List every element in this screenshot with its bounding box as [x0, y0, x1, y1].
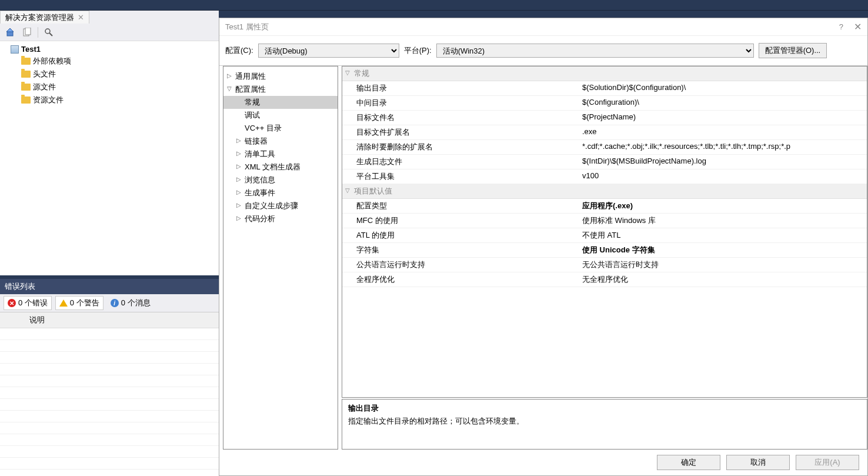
warnings-filter-button[interactable]: 0 个警告 — [55, 296, 104, 310]
group-general[interactable]: ▽常规 — [342, 66, 867, 81]
chevron-right-icon: ▷ — [236, 176, 241, 182]
errors-filter-button[interactable]: ✕0 个错误 — [4, 296, 52, 310]
property-description: 输出目录 指定输出文件目录的相对路径；可以包含环境变量。 — [342, 399, 867, 450]
error-list-title: 错误列表 — [0, 279, 219, 294]
svg-point-4 — [45, 29, 50, 34]
svg-rect-3 — [25, 28, 31, 35]
nav-vc-dirs[interactable]: VC++ 目录 — [223, 122, 338, 135]
nav-build-events[interactable]: ▷生成事件 — [223, 187, 338, 199]
nav-common-properties[interactable]: ▷通用属性 — [223, 70, 338, 83]
cancel-button[interactable]: 取消 — [726, 455, 790, 470]
messages-filter-button[interactable]: i0 个消息 — [107, 297, 154, 309]
platform-select[interactable]: 活动(Win32) — [436, 44, 754, 58]
folder-external-deps[interactable]: 外部依赖项 — [0, 55, 219, 68]
svg-marker-1 — [6, 28, 14, 32]
toolbar-separator — [38, 27, 38, 38]
folder-label: 头文件 — [33, 69, 56, 79]
group-project-defaults[interactable]: ▽项目默认值 — [342, 184, 867, 199]
nav-general[interactable]: 常规 — [223, 96, 338, 109]
folder-label: 源文件 — [33, 82, 56, 92]
nav-config-properties[interactable]: ▽配置属性 — [223, 83, 338, 96]
dialog-title: Test1 属性页 — [225, 22, 269, 32]
ide-toolbar-strip — [0, 0, 868, 11]
solution-tree[interactable]: Test1 外部依赖项 头文件 源文件 资源文件 — [0, 41, 219, 275]
folder-icon — [21, 71, 31, 78]
nav-code-analysis[interactable]: ▷代码分析 — [223, 212, 338, 225]
chevron-right-icon: ▷ — [227, 72, 232, 79]
folder-icon — [21, 96, 31, 104]
properties-icon[interactable] — [42, 25, 56, 39]
messages-count: 0 个消息 — [121, 298, 151, 308]
solution-explorer-panel: 解决方案资源管理器 ✕ Test1 外部依赖项 头文件 源文件 资源文件 — [0, 11, 219, 275]
nav-linker[interactable]: ▷链接器 — [223, 135, 338, 148]
warning-icon — [59, 299, 68, 307]
svg-line-5 — [49, 33, 52, 36]
nav-manifest[interactable]: ▷清单工具 — [223, 148, 338, 161]
configuration-manager-button[interactable]: 配置管理器(O)... — [759, 43, 827, 58]
folder-sources[interactable]: 源文件 — [0, 81, 219, 94]
folder-resources[interactable]: 资源文件 — [0, 94, 219, 106]
prop-intermediate-directory[interactable]: 中间目录$(Configuration)\ — [342, 96, 867, 111]
close-icon[interactable]: ✕ — [78, 13, 84, 22]
prop-whole-program-optimization[interactable]: 全程序优化无全程序优化 — [342, 272, 867, 287]
error-row[interactable] — [0, 340, 219, 352]
project-label: Test1 — [21, 45, 41, 54]
home-icon[interactable] — [4, 25, 18, 39]
description-text: 指定输出文件目录的相对路径；可以包含环境变量。 — [348, 416, 861, 427]
prop-output-directory[interactable]: 输出目录$(SolutionDir)$(Configuration)\ — [342, 81, 867, 96]
property-nav-tree[interactable]: ▷通用属性 ▽配置属性 常规 调试 VC++ 目录 ▷链接器 ▷清单工具 ▷XM… — [223, 66, 338, 450]
error-row[interactable] — [0, 328, 219, 340]
folder-headers[interactable]: 头文件 — [0, 68, 219, 81]
show-all-files-icon[interactable] — [20, 25, 34, 39]
prop-platform-toolset[interactable]: 平台工具集v100 — [342, 169, 867, 184]
error-list-col-description[interactable]: 说明 — [0, 312, 219, 328]
error-row[interactable] — [0, 387, 219, 399]
nav-browse-info[interactable]: ▷浏览信息 — [223, 174, 338, 187]
description-title: 输出目录 — [348, 403, 861, 414]
nav-debug[interactable]: 调试 — [223, 109, 338, 122]
configuration-label: 配置(C): — [225, 45, 253, 56]
platform-label: 平台(P): — [404, 45, 432, 56]
prop-character-set[interactable]: 字符集使用 Unicode 字符集 — [342, 243, 867, 258]
solution-explorer-tabbar: 解决方案资源管理器 ✕ — [0, 11, 219, 24]
property-area: ▽常规 输出目录$(SolutionDir)$(Configuration)\ … — [342, 66, 867, 450]
error-row[interactable] — [0, 458, 219, 470]
configuration-select[interactable]: 活动(Debug) — [258, 44, 399, 58]
ok-button[interactable]: 确定 — [657, 455, 720, 470]
error-row[interactable] — [0, 364, 219, 375]
solution-explorer-tab[interactable]: 解决方案资源管理器 ✕ — [0, 11, 89, 24]
help-icon[interactable]: ? — [839, 22, 843, 31]
prop-clr-support[interactable]: 公共语言运行时支持无公共语言运行时支持 — [342, 258, 867, 272]
project-node[interactable]: Test1 — [0, 44, 219, 55]
chevron-right-icon: ▷ — [236, 163, 241, 169]
prop-use-of-atl[interactable]: ATL 的使用不使用 ATL — [342, 228, 867, 243]
prop-build-log-file[interactable]: 生成日志文件$(IntDir)\$(MSBuildProjectName).lo… — [342, 155, 867, 169]
dialog-titlebar: Test1 属性页 ? ✕ — [219, 18, 867, 36]
property-grid[interactable]: ▽常规 输出目录$(SolutionDir)$(Configuration)\ … — [342, 66, 867, 398]
nav-custom-build-step[interactable]: ▷自定义生成步骤 — [223, 199, 338, 212]
chevron-down-icon: ▽ — [345, 187, 350, 194]
error-row[interactable] — [0, 375, 219, 387]
nav-xmldoc[interactable]: ▷XML 文档生成器 — [223, 161, 338, 174]
config-platform-row: 配置(C): 活动(Debug) 平台(P): 活动(Win32) 配置管理器(… — [219, 36, 867, 65]
chevron-right-icon: ▷ — [236, 215, 241, 221]
prop-configuration-type[interactable]: 配置类型应用程序(.exe) — [342, 199, 867, 214]
error-row[interactable] — [0, 422, 219, 434]
prop-target-name[interactable]: 目标文件名$(ProjectName) — [342, 111, 867, 125]
error-row[interactable] — [0, 411, 219, 422]
error-row[interactable] — [0, 446, 219, 458]
close-icon[interactable]: ✕ — [854, 21, 862, 32]
solution-explorer-tab-label: 解决方案资源管理器 — [5, 12, 74, 23]
apply-button[interactable]: 应用(A) — [796, 455, 859, 470]
error-row[interactable] — [0, 399, 219, 411]
error-row[interactable] — [0, 434, 219, 446]
error-row[interactable] — [0, 352, 219, 364]
prop-target-extension[interactable]: 目标文件扩展名.exe — [342, 125, 867, 140]
info-icon: i — [111, 299, 119, 307]
prop-use-of-mfc[interactable]: MFC 的使用使用标准 Windows 库 — [342, 214, 867, 228]
chevron-down-icon: ▽ — [345, 69, 350, 76]
dialog-button-row: 确定 取消 应用(A) — [219, 450, 867, 475]
dialog-body: ▷通用属性 ▽配置属性 常规 调试 VC++ 目录 ▷链接器 ▷清单工具 ▷XM… — [219, 65, 867, 450]
folder-label: 资源文件 — [33, 95, 64, 105]
prop-extensions-to-delete[interactable]: 清除时要删除的扩展名*.cdf;*.cache;*.obj;*.ilk;*.re… — [342, 140, 867, 155]
